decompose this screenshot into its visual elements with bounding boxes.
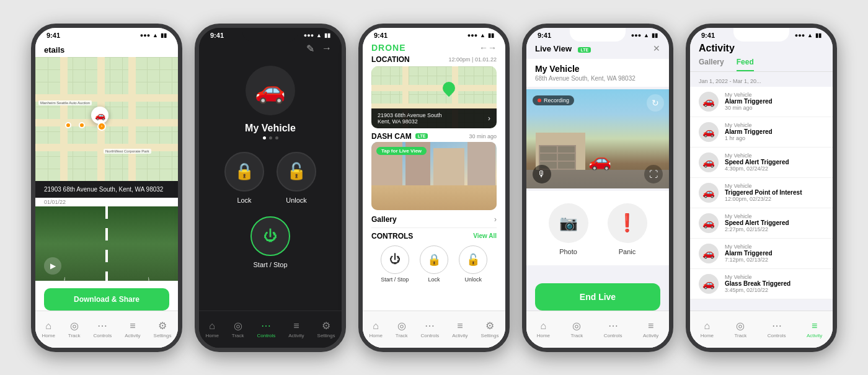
item-time-3: 4:30pm, 02/24/22 — [725, 165, 824, 172]
close-icon[interactable]: ✕ — [653, 43, 660, 53]
controls-title-3: CONTROLS — [371, 232, 413, 240]
notch-3 — [406, 28, 462, 42]
mini-lock[interactable]: 🔒 Lock — [420, 245, 448, 283]
activity-header: Activity — [690, 40, 833, 58]
nav-track-label-3: Track — [396, 333, 408, 338]
date-1: 01/01/22 — [35, 198, 178, 206]
list-item[interactable]: 🚗 My Vehicle Alarm Triggered 7:12pm, 02/… — [690, 239, 833, 269]
panic-button[interactable]: ❗ Panic — [608, 203, 647, 255]
battery-icon-5: ▮▮ — [815, 32, 822, 38]
list-item[interactable]: 🚗 My Vehicle Triggered Point of Interest… — [690, 178, 833, 208]
screen-4: 9:41 ●●● ▲ ▮▮ Live View LTE ✕ My Vehicle… — [526, 28, 669, 348]
nav-controls-2[interactable]: ⋯ Controls — [257, 320, 275, 338]
item-event-1: Alarm Triggered — [725, 98, 824, 105]
nav-track-3[interactable]: ◎ Track — [396, 320, 408, 338]
nav-home-4[interactable]: ⌂ Home — [537, 320, 550, 338]
nav-home-label-1: Home — [42, 333, 55, 338]
item-content-7: My Vehicle Glass Break Triggered 3:45pm,… — [725, 274, 824, 293]
vehicle-address-4: 68th Avenue South, Kent, WA 98032 — [535, 75, 660, 82]
item-vehicle-5: My Vehicle — [725, 213, 824, 219]
item-time-4: 12:00pm, 02/23/22 — [725, 196, 824, 202]
location-map-thumb[interactable]: 21903 68th Avenue South Kent, WA 98032 › — [371, 66, 497, 128]
nav-activity-4[interactable]: ≡ Activity — [643, 320, 658, 338]
phone-controls: 9:41 ●●● ▲ ▮▮ ✎ → 🚗 My Vehicle — [195, 24, 346, 352]
mic-button[interactable]: 🎙 — [533, 165, 551, 183]
status-icons-1: ●●● ▲ ▮▮ — [140, 32, 167, 38]
nav-controls-3[interactable]: ⋯ Controls — [420, 320, 439, 338]
download-share-button[interactable]: Download & Share — [44, 288, 169, 311]
mini-unlock[interactable]: 🔓 Unlock — [459, 245, 487, 283]
nav-activity-label-3: Activity — [452, 333, 467, 338]
view-all-btn[interactable]: View All — [473, 232, 497, 239]
signal-icon-1: ●●● — [140, 32, 150, 38]
arrow-icon[interactable]: → — [322, 43, 332, 55]
tab-gallery[interactable]: Gallery — [699, 58, 724, 71]
dashcam-thumbnail[interactable]: Tap for Live View — [371, 142, 497, 210]
item-vehicle-3: My Vehicle — [725, 152, 824, 159]
nav-settings-3[interactable]: ⚙ Settings — [481, 320, 499, 338]
map-label-1: Manheim Seattle Auto Auction — [38, 100, 92, 105]
start-stop-circle[interactable]: ⏻ — [250, 216, 290, 256]
panic-circle: ❗ — [608, 203, 647, 243]
play-button-1[interactable]: ▶ — [44, 257, 61, 275]
item-vehicle-2: My Vehicle — [725, 122, 824, 128]
end-live-button[interactable]: End Live — [535, 283, 660, 311]
battery-icon-4: ▮▮ — [652, 32, 658, 38]
list-item[interactable]: 🚗 My Vehicle Glass Break Triggered 3:45p… — [690, 269, 833, 299]
unlock-btn[interactable]: 🔓 Unlock — [277, 152, 316, 204]
wifi-icon-5: ▲ — [807, 32, 813, 38]
mini-start-stop[interactable]: ⏻ Start / Stop — [381, 245, 409, 283]
nav-home-2[interactable]: ⌂ Home — [205, 320, 218, 338]
nav-track-2[interactable]: ◎ Track — [232, 320, 244, 338]
list-item[interactable]: 🚗 My Vehicle Speed Alert Triggered 4:30p… — [690, 148, 833, 178]
nav-home-5[interactable]: ⌂ Home — [701, 320, 714, 338]
map-view-1: 🚗 Manheim Seattle Auto Auction NorthWest… — [35, 57, 178, 181]
photo-button[interactable]: 📷 Photo — [549, 203, 588, 255]
nav-activity-5[interactable]: ≡ Activity — [807, 320, 822, 338]
wifi-icon-2: ▲ — [316, 32, 322, 38]
tab-feed[interactable]: Feed — [737, 58, 754, 71]
list-item[interactable]: 🚗 My Vehicle Alarm Triggered 30 min ago — [690, 87, 833, 117]
activity-icon-2: ≡ — [293, 320, 299, 332]
nav-settings-1[interactable]: ⚙ Settings — [154, 320, 172, 338]
garage-panel-1 — [540, 146, 557, 153]
nav-settings-2[interactable]: ⚙ Settings — [317, 320, 335, 338]
nav-track-4[interactable]: ◎ Track — [571, 320, 583, 338]
controls-section-3: CONTROLS View All — [363, 228, 505, 243]
recording-text: Recording — [544, 97, 569, 104]
wifi-icon-4: ▲ — [644, 32, 649, 38]
address-arrow-3: › — [488, 114, 490, 123]
mini-lock-circle: 🔒 — [420, 245, 448, 274]
back-arrow-icon[interactable]: ←→ — [479, 43, 497, 53]
nav-controls-4[interactable]: ⋯ Controls — [604, 320, 622, 338]
live-view-badge[interactable]: Tap for Live View — [376, 147, 427, 155]
list-item[interactable]: 🚗 My Vehicle Speed Alert Triggered 2:27p… — [690, 208, 833, 239]
gallery-row[interactable]: Gallery › — [363, 210, 505, 227]
item-vehicle-7: My Vehicle — [725, 274, 824, 280]
activity-list: 🚗 My Vehicle Alarm Triggered 30 min ago … — [690, 87, 833, 299]
nav-controls-1[interactable]: ⋯ Controls — [93, 320, 112, 338]
list-item[interactable]: 🚗 My Vehicle Alarm Triggered 1 hr ago — [690, 117, 833, 148]
edit-icon[interactable]: ✎ — [306, 43, 314, 55]
fullscreen-button[interactable]: ⛶ — [644, 165, 663, 183]
nav-home-1[interactable]: ⌂ Home — [42, 320, 55, 338]
nav-activity-3[interactable]: ≡ Activity — [452, 320, 467, 338]
screen-2: 9:41 ●●● ▲ ▮▮ ✎ → 🚗 My Vehicle — [199, 28, 342, 348]
nav-home-3[interactable]: ⌂ Home — [369, 320, 382, 338]
refresh-button[interactable]: ↻ — [647, 94, 664, 112]
phone-live-view: 9:41 ●●● ▲ ▮▮ Live View LTE ✕ My Vehicle… — [522, 24, 673, 352]
nav-home-label-4: Home — [537, 333, 550, 338]
building-3c — [433, 148, 464, 185]
nav-activity-1[interactable]: ≡ Activity — [125, 320, 140, 338]
screen-3: 9:41 ●●● ▲ ▮▮ DRONE ←→ LOCATION 12:00pm … — [363, 28, 505, 348]
item-content-4: My Vehicle Triggered Point of Interest 1… — [725, 183, 824, 202]
garage-panel-3 — [540, 154, 557, 161]
nav-track-5[interactable]: ◎ Track — [735, 320, 747, 338]
car-icon-a6: 🚗 — [699, 244, 719, 263]
lock-btn[interactable]: 🔒 Lock — [224, 152, 264, 204]
dot-3 — [275, 136, 278, 139]
nav-track-1[interactable]: ◎ Track — [68, 320, 81, 338]
item-vehicle-4: My Vehicle — [725, 183, 824, 189]
nav-controls-5[interactable]: ⋯ Controls — [768, 320, 786, 338]
nav-activity-2[interactable]: ≡ Activity — [288, 320, 304, 338]
